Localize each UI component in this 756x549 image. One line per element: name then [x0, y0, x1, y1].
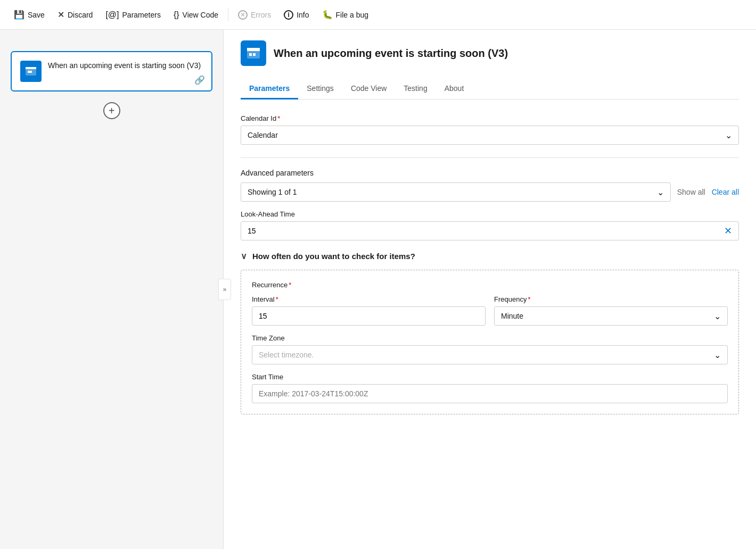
start-time-label: Start Time — [252, 373, 728, 381]
clear-look-ahead-button[interactable]: ✕ — [724, 225, 732, 237]
save-button[interactable]: 💾 Save — [9, 6, 50, 23]
look-ahead-input-wrapper: ✕ — [241, 221, 739, 240]
start-time-field: Start Time — [252, 373, 728, 403]
calendar-id-select[interactable]: Calendar ⌄ — [241, 126, 739, 145]
start-time-input[interactable] — [252, 384, 728, 403]
timezone-field: Time Zone Select timezone. ⌄ — [252, 334, 728, 364]
add-step-button[interactable]: + — [103, 102, 120, 119]
panel-header: When an upcoming event is starting soon … — [241, 40, 739, 66]
flow-card[interactable]: When an upcoming event is starting soon … — [11, 51, 212, 91]
info-button[interactable]: i Info — [278, 7, 314, 23]
frequency-select[interactable]: Minute ⌄ — [494, 306, 728, 326]
advanced-params-section: Advanced parameters Showing 1 of 1 ⌄ Sho… — [241, 169, 739, 202]
calendar-id-label: Calendar Id* — [241, 114, 739, 122]
toolbar-divider — [228, 9, 228, 21]
frequency-required-star: * — [528, 295, 530, 303]
interval-input[interactable] — [252, 306, 486, 326]
recurrence-box: Recurrence* Interval* Frequency* — [241, 270, 739, 414]
svg-rect-7 — [253, 53, 256, 56]
svg-rect-1 — [26, 67, 36, 69]
plus-icon: + — [109, 105, 115, 117]
svg-rect-6 — [249, 53, 252, 56]
view-code-icon: {} — [174, 10, 179, 20]
toolbar: 💾 Save ✕ Discard [@] Parameters {} View … — [0, 0, 756, 30]
view-code-button[interactable]: {} View Code — [168, 7, 224, 23]
interval-col: Interval* — [252, 295, 486, 326]
tab-about[interactable]: About — [436, 79, 473, 99]
look-ahead-field: Look-Ahead Time ✕ — [241, 210, 739, 240]
parameters-button[interactable]: [@] Parameters — [100, 7, 166, 23]
tab-code-view[interactable]: Code View — [342, 79, 395, 99]
calendar-id-field: Calendar Id* Calendar ⌄ — [241, 114, 739, 145]
look-ahead-label: Look-Ahead Time — [241, 210, 739, 218]
flow-card-title: When an upcoming event is starting soon … — [48, 61, 201, 71]
svg-rect-3 — [30, 71, 32, 73]
recurrence-section: ∨ How often do you want to check for ite… — [241, 251, 739, 414]
left-panel: When an upcoming event is starting soon … — [0, 30, 224, 549]
interval-frequency-row: Interval* Frequency* Minute ⌄ — [252, 295, 728, 326]
flow-card-link-icon: 🔗 — [194, 75, 205, 85]
clear-all-button[interactable]: Clear all — [712, 188, 739, 196]
advanced-row: Showing 1 of 1 ⌄ Show all Clear all — [241, 182, 739, 202]
tab-settings[interactable]: Settings — [298, 79, 342, 99]
tab-testing[interactable]: Testing — [395, 79, 435, 99]
recurrence-header[interactable]: ∨ How often do you want to check for ite… — [241, 251, 739, 261]
right-panel: When an upcoming event is starting soon … — [224, 30, 756, 549]
chevron-right-icon: » — [223, 286, 227, 293]
parameters-icon: [@] — [105, 10, 119, 20]
errors-icon: ✕ — [238, 10, 248, 20]
tab-parameters[interactable]: Parameters — [241, 79, 298, 99]
look-ahead-input[interactable] — [248, 227, 724, 235]
divider — [241, 157, 739, 158]
clear-x-icon: ✕ — [724, 226, 732, 236]
show-all-button[interactable]: Show all — [677, 188, 705, 196]
collapse-chevron-icon: ∨ — [241, 251, 247, 261]
chevron-down-icon: ⌄ — [725, 130, 732, 140]
panel-header-icon — [241, 40, 266, 66]
recurrence-required-star: * — [289, 281, 291, 289]
interval-required-star: * — [276, 295, 278, 303]
advanced-params-label: Advanced parameters — [241, 169, 739, 177]
save-icon: 💾 — [14, 10, 24, 20]
collapse-panel-button[interactable]: » — [218, 279, 231, 300]
interval-label: Interval* — [252, 295, 486, 303]
file-bug-button[interactable]: 🐛 File a bug — [317, 6, 374, 23]
frequency-chevron-icon: ⌄ — [714, 311, 721, 321]
flow-card-icon — [20, 61, 42, 82]
frequency-col: Frequency* Minute ⌄ — [494, 295, 728, 326]
frequency-label: Frequency* — [494, 295, 728, 303]
info-icon: i — [284, 10, 293, 20]
timezone-chevron-icon: ⌄ — [714, 350, 721, 360]
errors-button[interactable]: ✕ Errors — [233, 7, 276, 23]
svg-rect-5 — [247, 48, 260, 51]
chevron-down-icon-2: ⌄ — [657, 187, 664, 197]
recurrence-label: Recurrence* — [252, 281, 728, 289]
advanced-params-select[interactable]: Showing 1 of 1 ⌄ — [241, 182, 671, 202]
discard-button[interactable]: ✕ Discard — [52, 6, 98, 23]
discard-icon: ✕ — [57, 10, 64, 20]
required-star: * — [277, 114, 280, 122]
panel-header-title: When an upcoming event is starting soon … — [274, 47, 508, 60]
tabs: Parameters Settings Code View Testing Ab… — [241, 79, 739, 99]
svg-rect-2 — [28, 71, 30, 73]
timezone-select[interactable]: Select timezone. ⌄ — [252, 345, 728, 364]
timezone-label: Time Zone — [252, 334, 728, 342]
main-layout: When an upcoming event is starting soon … — [0, 30, 756, 549]
bug-icon: 🐛 — [322, 10, 333, 20]
